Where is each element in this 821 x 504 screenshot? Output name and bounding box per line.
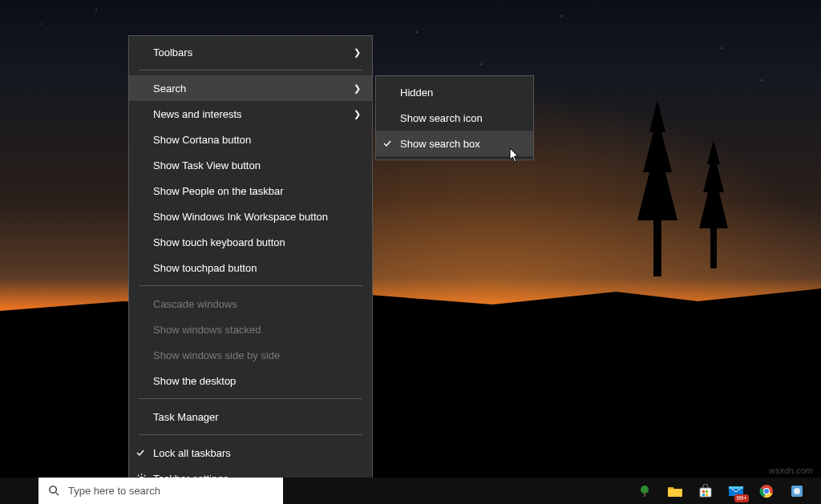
menu-item-label: Show Windows Ink Workspace button — [153, 211, 361, 223]
tray-icon-file-explorer[interactable] — [665, 482, 685, 501]
menu-item-toolbars[interactable]: Toolbars ❯ — [129, 39, 372, 65]
menu-item-cortana-button[interactable]: Show Cortana button — [129, 127, 372, 152]
menu-item-news-interests[interactable]: News and interests ❯ — [129, 101, 372, 127]
menu-item-label: Show Cortana button — [153, 134, 361, 146]
menu-item-ink-workspace[interactable]: Show Windows Ink Workspace button — [129, 204, 372, 229]
menu-item-search[interactable]: Search ❯ — [129, 75, 372, 101]
svg-point-3 — [641, 486, 649, 494]
system-tray: 99+ — [635, 478, 821, 504]
menu-item-touch-keyboard[interactable]: Show touch keyboard button — [129, 229, 372, 255]
menu-item-label: Show search icon — [400, 112, 522, 124]
menu-item-label: Show windows stacked — [153, 324, 361, 336]
menu-item-show-desktop[interactable]: Show the desktop — [129, 368, 372, 393]
tray-icon-chrome[interactable] — [757, 482, 776, 501]
search-icon — [48, 485, 60, 497]
menu-item-label: Show search box — [400, 138, 522, 150]
menu-separator — [139, 434, 362, 435]
menu-item-task-view[interactable]: Show Task View button — [129, 152, 372, 178]
menu-item-label: Cascade windows — [153, 298, 361, 310]
chevron-right-icon: ❯ — [354, 83, 361, 94]
submenu-item-hidden[interactable]: Hidden — [376, 79, 533, 105]
submenu-item-show-search-box[interactable]: Show search box — [376, 131, 533, 156]
tray-icon-mail[interactable]: 99+ — [726, 482, 746, 501]
chevron-right-icon: ❯ — [354, 47, 361, 58]
menu-item-label: Toolbars — [153, 46, 354, 58]
menu-separator — [139, 70, 362, 71]
taskbar-context-menu: Toolbars ❯ Search ❯ News and interests ❯… — [128, 35, 373, 479]
notification-badge: 99+ — [734, 494, 749, 502]
watermark-text: wsxdn.com — [769, 466, 813, 475]
menu-item-label: Search — [153, 83, 354, 95]
menu-item-label: Show Task View button — [153, 159, 361, 171]
svg-rect-10 — [706, 494, 708, 496]
menu-item-task-manager[interactable]: Task Manager — [129, 404, 372, 429]
checkmark-icon — [382, 139, 395, 148]
svg-point-17 — [794, 488, 800, 494]
menu-separator — [139, 285, 362, 286]
svg-point-1 — [50, 486, 56, 493]
menu-separator — [139, 398, 362, 399]
menu-item-side-by-side: Show windows side by side — [129, 342, 372, 368]
svg-rect-4 — [644, 493, 645, 497]
menu-item-stacked: Show windows stacked — [129, 317, 372, 342]
taskbar-search-box[interactable]: Type here to search — [38, 478, 283, 504]
tray-icon-app[interactable] — [787, 482, 807, 501]
menu-item-label: News and interests — [153, 108, 354, 120]
svg-rect-12 — [729, 486, 743, 489]
menu-item-label: Show touchpad button — [153, 262, 361, 274]
menu-item-label: Show touch keyboard button — [153, 236, 361, 248]
svg-rect-7 — [702, 490, 705, 493]
svg-rect-5 — [668, 487, 673, 489]
menu-item-label: Show People on the taskbar — [153, 185, 361, 197]
taskbar: Type here to search 99+ — [0, 478, 821, 504]
tray-icon-tree[interactable] — [635, 482, 654, 501]
menu-item-people[interactable]: Show People on the taskbar — [129, 178, 372, 204]
search-submenu: Hidden Show search icon Show search box — [375, 75, 534, 160]
menu-item-label: Show the desktop — [153, 375, 361, 387]
menu-item-touchpad[interactable]: Show touchpad button — [129, 255, 372, 280]
menu-item-cascade: Cascade windows — [129, 291, 372, 317]
menu-item-lock-taskbars[interactable]: Lock all taskbars — [129, 440, 372, 466]
menu-item-label: Task Manager — [153, 411, 361, 423]
tray-icon-microsoft-store[interactable] — [696, 482, 715, 501]
desktop-hill — [0, 272, 821, 337]
checkmark-icon — [135, 448, 148, 458]
search-placeholder: Type here to search — [68, 485, 160, 497]
chevron-right-icon: ❯ — [354, 109, 361, 119]
svg-point-15 — [764, 489, 769, 494]
svg-rect-9 — [702, 494, 705, 496]
svg-line-2 — [55, 492, 59, 495]
svg-rect-8 — [706, 490, 708, 493]
submenu-item-show-search-icon[interactable]: Show search icon — [376, 105, 533, 131]
menu-item-label: Lock all taskbars — [153, 447, 361, 459]
menu-item-label: Show windows side by side — [153, 349, 361, 361]
menu-item-label: Hidden — [400, 87, 522, 99]
